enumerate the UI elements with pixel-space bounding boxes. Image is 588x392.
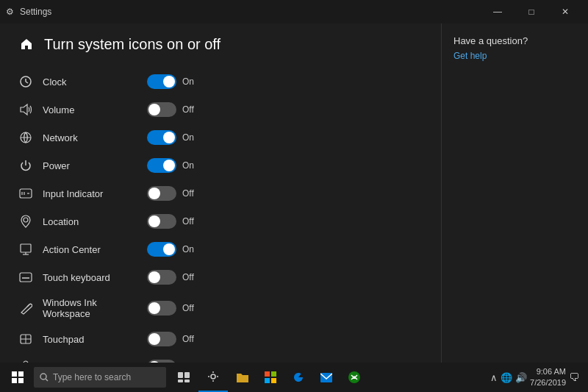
toggle-input-indicator[interactable] [147,186,176,201]
svg-point-34 [211,374,215,379]
taskbar-icons [171,363,368,392]
notification-icon[interactable]: 🗨 [569,371,579,383]
main-content: Turn system icons on or off ClockOnVolum… [0,24,588,363]
setting-name-location: Location [43,216,138,227]
setting-name-power: Power [43,160,138,171]
toggle-container-touch-keyboard: Off [147,270,197,285]
toggle-container-clock: On [147,74,197,89]
xbox-icon[interactable] [341,363,368,392]
get-help-link[interactable]: Get help [453,51,576,61]
svg-rect-42 [271,378,276,383]
svg-rect-32 [178,379,183,382]
toggle-container-network: On [147,130,197,145]
toggle-container-power: On [147,158,197,173]
toggle-power[interactable] [147,158,176,173]
toggle-label-network: On [182,132,197,143]
toggle-thumb-touch-keyboard [148,271,160,283]
toggle-thumb-action-center [163,243,175,255]
ink-icon [18,300,34,316]
svg-rect-41 [265,378,270,383]
toggle-thumb-input-indicator [148,188,160,199]
toggle-touchpad[interactable] [147,332,176,346]
svg-line-2 [26,82,28,83]
svg-rect-24 [12,371,17,377]
setting-name-volume: Volume [43,104,138,115]
setting-row-touchpad: TouchpadOff [18,325,423,353]
input-icon [18,185,34,202]
toggle-thumb-windows-ink [148,302,160,314]
keyboard-icon [18,269,34,285]
svg-rect-30 [178,372,183,378]
edge-icon[interactable] [285,363,312,392]
title-bar: ⚙ Settings — □ ✕ [0,0,588,24]
file-explorer-icon[interactable] [229,363,256,392]
setting-row-clock: ClockOn [18,68,423,96]
svg-point-28 [40,374,46,379]
toggle-label-windows-ink: Off [182,303,197,313]
store-icon[interactable] [257,363,284,392]
window-title: Settings [20,7,51,17]
setting-name-action-center: Action Center [43,244,138,255]
toggle-label-touch-keyboard: Off [182,272,197,282]
volume-icon [18,101,34,118]
taskview-button[interactable] [171,363,197,392]
page-title: Turn system icons on or off [44,36,220,53]
setting-row-touch-keyboard: Touch keyboardOff [18,263,423,291]
toggle-microphone[interactable] [147,360,176,363]
svg-line-29 [46,379,48,381]
toggle-thumb-clock [163,76,175,88]
svg-rect-43 [320,373,332,382]
toggle-container-windows-ink: Off [147,301,197,316]
svg-rect-5 [20,189,32,198]
setting-row-network: NetworkOn [18,124,423,152]
svg-rect-27 [18,378,24,383]
toggle-touch-keyboard[interactable] [147,270,176,285]
clock-icon [18,74,34,90]
network-icon [18,129,34,146]
maximize-button[interactable]: □ [514,0,548,24]
settings-list: ClockOnVolumeOffNetworkOnPowerOnInput In… [18,68,423,363]
svg-marker-3 [21,104,27,115]
toggle-thumb-microphone [148,361,160,363]
svg-rect-31 [184,372,190,378]
settings-icon: ⚙ [6,7,14,17]
toggle-label-location: Off [182,216,197,227]
settings-taskbar-icon[interactable] [198,363,228,392]
toggle-label-power: On [182,160,197,171]
volume-tray-icon[interactable]: 🔊 [515,372,527,383]
toggle-container-action-center: On [147,242,197,257]
toggle-volume[interactable] [147,102,176,117]
toggle-label-volume: Off [182,104,197,115]
toggle-windows-ink[interactable] [147,301,176,316]
setting-name-input-indicator: Input Indicator [43,188,138,199]
svg-rect-40 [271,371,276,377]
action-icon [18,241,34,257]
location-icon [18,213,34,229]
mail-icon[interactable] [313,363,340,392]
chevron-up-icon[interactable]: ∧ [490,372,498,383]
toggle-location[interactable] [147,214,176,229]
toggle-container-location: Off [147,214,197,229]
clock-display[interactable]: 9:06 AM 7/26/2019 [530,366,566,389]
toggle-label-action-center: On [182,244,197,254]
network-tray-icon[interactable]: 🌐 [501,372,512,383]
search-bar[interactable]: Type here to search [34,367,166,388]
title-bar-left: ⚙ Settings [6,7,51,17]
home-icon[interactable] [18,35,35,53]
toggle-clock[interactable] [147,74,176,89]
start-button[interactable] [3,363,32,392]
toggle-label-touchpad: Off [182,334,197,344]
toggle-label-input-indicator: Off [182,188,197,199]
close-button[interactable]: ✕ [548,0,582,24]
toggle-label-clock: On [182,76,197,87]
settings-panel: Turn system icons on or off ClockOnVolum… [0,24,441,363]
toggle-action-center[interactable] [147,242,176,257]
toggle-network[interactable] [147,130,176,145]
setting-row-microphone: MicrophoneOff [18,353,423,363]
minimize-button[interactable]: — [481,0,514,24]
setting-row-location: LocationOff [18,207,423,235]
setting-row-input-indicator: Input IndicatorOff [18,179,423,207]
setting-row-power: PowerOn [18,152,423,179]
setting-name-network: Network [43,132,138,143]
taskbar: Type here to search [0,363,588,392]
